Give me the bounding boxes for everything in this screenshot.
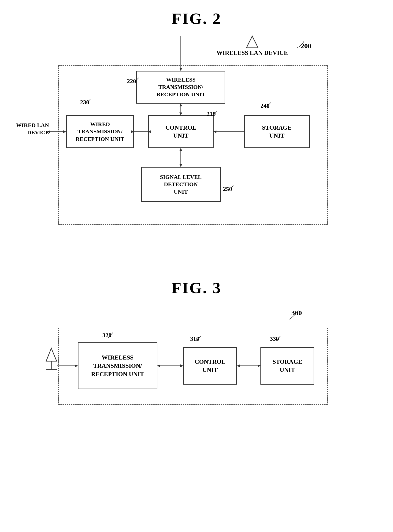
signal-detection-box: SIGNAL LEVELDETECTIONUNIT <box>141 167 221 202</box>
wireless-device-label: WIRELESS LAN DEVICE <box>216 49 288 57</box>
ref-300-line <box>280 308 303 322</box>
svg-marker-10 <box>214 130 216 133</box>
fig2-diagram: WIRELESS LAN DEVICE 200 WIRELESSTRANSMIS… <box>44 35 349 246</box>
ref-250-line <box>223 183 237 193</box>
svg-marker-27 <box>258 364 260 367</box>
antenna-left-icon <box>45 347 58 371</box>
ref-220-line <box>130 75 142 85</box>
ref-210-line <box>209 108 221 118</box>
fig3-outer-box: WIRELESSTRANSMISSION/RECEPTION UNIT CONT… <box>58 328 328 405</box>
svg-marker-17 <box>46 348 57 361</box>
fig3-title: FIG. 3 <box>19 279 374 297</box>
svg-marker-21 <box>75 364 78 367</box>
ref-240-line <box>263 100 275 109</box>
antenna-icon <box>245 35 259 49</box>
svg-marker-12 <box>179 148 182 151</box>
wired-device-label: WIRED LAN DEVICE <box>7 122 49 136</box>
svg-marker-26 <box>237 364 240 367</box>
ref-310-line <box>192 334 204 343</box>
svg-marker-24 <box>180 364 183 367</box>
fig3-diagram: 300 WIRELESSTRANSMISSION/RECEPTION UNIT … <box>44 304 349 445</box>
svg-marker-0 <box>246 36 258 48</box>
svg-marker-16 <box>63 130 66 133</box>
wired-tx-box: WIREDTRANSMISSION/RECEPTION UNIT <box>66 115 134 148</box>
control-unit-box: CONTROLUNIT <box>148 115 214 148</box>
svg-marker-23 <box>157 364 160 367</box>
svg-marker-13 <box>179 164 182 167</box>
fig3-storage-box: STORAGEUNIT <box>260 347 314 385</box>
fig2-title: FIG. 2 <box>19 9 374 28</box>
ref-320-line <box>105 331 116 340</box>
fig3-control-box: CONTROLUNIT <box>183 347 237 385</box>
svg-marker-4 <box>179 104 182 106</box>
wireless-tx-box: WIRELESSTRANSMISSION/RECEPTION UNIT <box>136 71 225 104</box>
ref-330-line <box>272 334 284 343</box>
storage-unit-box: STORAGEUNIT <box>244 115 310 148</box>
svg-marker-2 <box>179 68 182 71</box>
ref-200-line <box>283 38 311 53</box>
fig2-outer-box: WIRELESSTRANSMISSION/RECEPTION UNIT CONT… <box>58 65 328 225</box>
ref-230-line <box>83 97 94 106</box>
svg-marker-5 <box>179 113 182 115</box>
fig3-wireless-tx-box: WIRELESSTRANSMISSION/RECEPTION UNIT <box>78 342 157 389</box>
